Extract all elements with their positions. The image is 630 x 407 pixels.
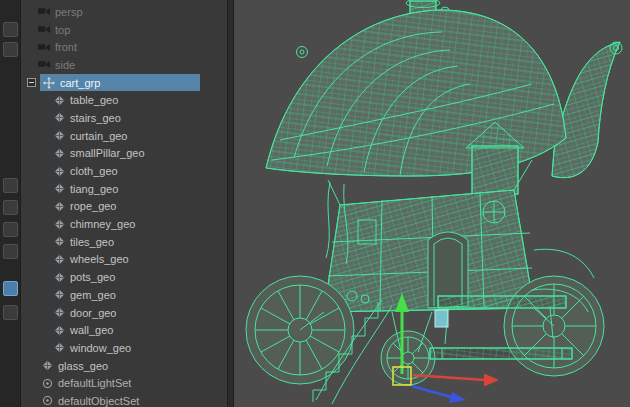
camera-icon xyxy=(38,6,50,17)
cart-model-wireframe[interactable] xyxy=(246,0,622,404)
outliner-item-label: gem_geo xyxy=(70,289,116,301)
manipulator-z-axis[interactable] xyxy=(412,386,466,403)
outliner-item-label: cloth_geo xyxy=(70,165,118,177)
outliner-item-label: cart_grp xyxy=(60,77,100,89)
tool-icon-8[interactable] xyxy=(3,305,18,320)
group-transform-icon xyxy=(43,77,55,89)
camera-icon xyxy=(38,59,50,70)
outliner-item-label: side xyxy=(55,59,75,71)
component-highlight-cyan xyxy=(435,310,448,327)
outliner-item-label: glass_geo xyxy=(58,360,108,372)
outliner-item-persp[interactable]: persp xyxy=(21,3,227,21)
outliner-item-gem_geo[interactable]: gem_geo xyxy=(21,286,227,304)
outliner-item-label: pots_geo xyxy=(70,271,115,283)
outliner-item-front[interactable]: front xyxy=(21,38,227,56)
mesh-icon xyxy=(54,236,65,247)
outliner-item-label: curtain_geo xyxy=(70,130,128,142)
collapse-expander-icon[interactable] xyxy=(27,78,36,87)
outliner-item-label: door_geo xyxy=(70,307,117,319)
tool-icon-5[interactable] xyxy=(3,222,18,237)
tool-icon-6[interactable] xyxy=(3,244,18,259)
outliner-item-label: chimney_geo xyxy=(70,218,135,230)
outliner-item-stairs_geo[interactable]: stairs_geo xyxy=(21,109,227,127)
outliner-item-label: persp xyxy=(55,6,83,18)
mesh-icon xyxy=(54,219,65,230)
outliner-panel: persp top front side cart_grp table_geo xyxy=(21,0,227,407)
camera-icon xyxy=(38,24,50,35)
outliner-item-curtain_geo[interactable]: curtain_geo xyxy=(21,127,227,145)
outliner-item-label: window_geo xyxy=(70,342,131,354)
panel-divider[interactable] xyxy=(227,0,234,407)
tool-icon-1[interactable] xyxy=(3,22,18,37)
outliner-item-label: front xyxy=(55,41,77,53)
outliner-item-label: smallPillar_geo xyxy=(70,147,145,159)
outliner-item-wall_geo[interactable]: wall_geo xyxy=(21,321,227,339)
mesh-icon xyxy=(54,183,65,194)
tool-icon-3[interactable] xyxy=(3,178,18,193)
outliner-item-glass_geo[interactable]: glass_geo xyxy=(21,357,227,375)
outliner-item-defaultObjectSet[interactable]: defaultObjectSet xyxy=(21,392,227,407)
outliner-item-cloth_geo[interactable]: cloth_geo xyxy=(21,162,227,180)
outliner-item-label: tiang_geo xyxy=(70,183,118,195)
mesh-icon xyxy=(54,166,65,177)
outliner-item-tiang_geo[interactable]: tiang_geo xyxy=(21,180,227,198)
outliner-item-label: wall_geo xyxy=(70,324,113,336)
tool-icon-4[interactable] xyxy=(3,200,18,215)
outliner-item-top[interactable]: top xyxy=(21,21,227,39)
camera-icon xyxy=(38,42,50,53)
outliner-item-defaultLightSet[interactable]: defaultLightSet xyxy=(21,374,227,392)
outliner-item-label: wheels_geo xyxy=(70,253,129,265)
outliner-item-label: rope_geo xyxy=(70,200,117,212)
viewport-panel[interactable] xyxy=(232,0,630,407)
mesh-icon xyxy=(54,289,65,300)
mesh-icon xyxy=(54,342,65,353)
outliner-item-label: table_geo xyxy=(70,94,118,106)
outliner-item-label: top xyxy=(55,24,70,36)
mesh-icon xyxy=(54,201,65,212)
selection-highlight: cart_grp xyxy=(40,74,200,92)
set-icon xyxy=(42,378,53,389)
outliner-item-label: defaultObjectSet xyxy=(58,395,139,407)
outliner-item-label: defaultLightSet xyxy=(58,377,131,389)
outliner-item-table_geo[interactable]: table_geo xyxy=(21,91,227,109)
roof-main xyxy=(266,10,566,176)
mesh-icon xyxy=(54,307,65,318)
tool-icon-2[interactable] xyxy=(3,42,18,57)
maya-window: persp top front side cart_grp table_geo xyxy=(0,0,630,407)
outliner-item-wheels_geo[interactable]: wheels_geo xyxy=(21,251,227,269)
mesh-icon xyxy=(54,325,65,336)
outliner-item-label: stairs_geo xyxy=(70,112,121,124)
toolbox-strip xyxy=(0,0,21,407)
mesh-icon xyxy=(54,148,65,159)
outliner-item-cart_grp[interactable]: cart_grp xyxy=(21,74,227,92)
mesh-icon xyxy=(54,272,65,283)
set-icon xyxy=(42,395,53,406)
mesh-icon xyxy=(54,130,65,141)
mesh-icon xyxy=(54,95,65,106)
outliner-item-pots_geo[interactable]: pots_geo xyxy=(21,268,227,286)
outliner-item-rope_geo[interactable]: rope_geo xyxy=(21,198,227,216)
outliner-item-label: tiles_geo xyxy=(70,236,114,248)
tool-icon-active[interactable] xyxy=(3,281,18,296)
mesh-icon xyxy=(42,360,53,371)
outliner-item-chimney_geo[interactable]: chimney_geo xyxy=(21,215,227,233)
mesh-icon xyxy=(54,112,65,123)
outliner-item-side[interactable]: side xyxy=(21,56,227,74)
viewport-canvas[interactable] xyxy=(232,0,630,407)
outliner-item-smallPillar_geo[interactable]: smallPillar_geo xyxy=(21,145,227,163)
manipulator-x-axis[interactable] xyxy=(413,374,499,387)
outliner-item-door_geo[interactable]: door_geo xyxy=(21,304,227,322)
outliner-item-tiles_geo[interactable]: tiles_geo xyxy=(21,233,227,251)
roof-right-wing xyxy=(552,42,622,178)
mesh-icon xyxy=(54,254,65,265)
outliner-item-window_geo[interactable]: window_geo xyxy=(21,339,227,357)
